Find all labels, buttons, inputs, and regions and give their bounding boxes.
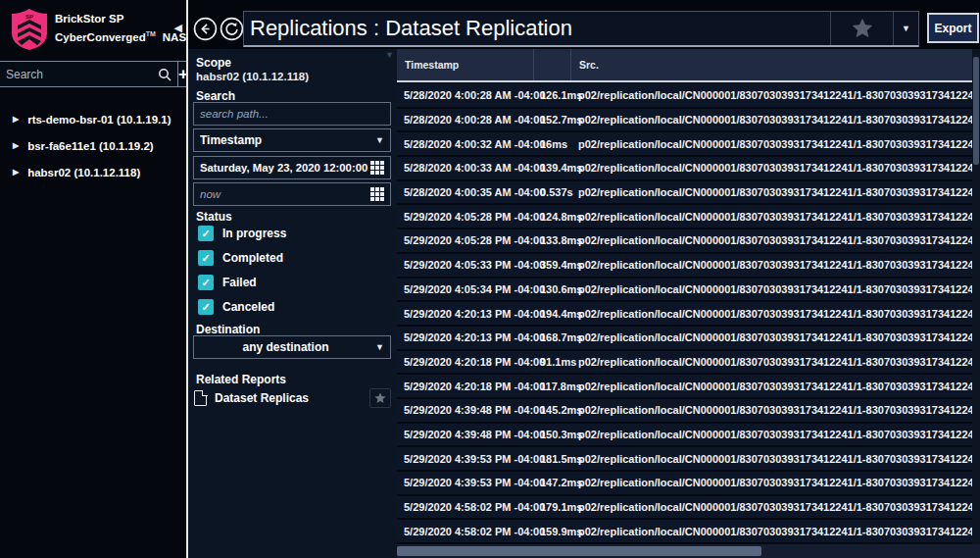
cell-src: p02/replication/local/CN000001/830703039… bbox=[578, 234, 972, 246]
table-row[interactable]: 5/29/2020 4:05:28 PM -04:00 124.8ms p02/… bbox=[397, 205, 972, 229]
path-search-box[interactable] bbox=[193, 102, 391, 126]
cell-duration: 150.3ms bbox=[540, 429, 578, 440]
server-label: rts-demo-bsr-01 (10.1.19.1) bbox=[27, 114, 171, 126]
table-row[interactable]: 5/28/2020 4:00:32 AM -04:00 16ms p02/rep… bbox=[397, 132, 972, 157]
favorite-button[interactable] bbox=[830, 12, 893, 45]
cell-duration: 130.6ms bbox=[540, 283, 578, 295]
app-window: SP BrickStor SP CyberConvergedTMNAS ◀ + … bbox=[0, 0, 980, 558]
sidebar-server-item[interactable]: ▶ bsr-fa6e11e1 (10.1.19.2) bbox=[0, 132, 186, 159]
status-label: Status bbox=[196, 210, 232, 224]
column-header-duration[interactable] bbox=[534, 49, 571, 80]
scope-label: Scope bbox=[196, 56, 231, 70]
path-search-input[interactable] bbox=[200, 108, 384, 120]
cell-duration: 359.4ms bbox=[540, 259, 578, 271]
table-row[interactable]: 5/29/2020 4:20:13 PM -04:00 168.7ms p02/… bbox=[397, 327, 972, 351]
cell-src: p02/replication/local/CN000001/830703039… bbox=[578, 89, 972, 101]
table-row[interactable]: 5/28/2020 4:00:35 AM -04:00 0.537s p02/r… bbox=[397, 181, 972, 206]
expand-arrow-icon[interactable]: ▶ bbox=[13, 115, 19, 124]
date-to-input[interactable] bbox=[200, 188, 370, 200]
table-row[interactable]: 5/29/2020 4:05:34 PM -04:00 130.6ms p02/… bbox=[397, 279, 972, 303]
sidebar-search-input[interactable] bbox=[6, 68, 158, 81]
status-checkbox-label: Failed bbox=[222, 276, 257, 289]
cell-src: p02/replication/local/CN000001/830703039… bbox=[578, 331, 972, 343]
table-row[interactable]: 5/29/2020 4:39:48 PM -04:00 150.3ms p02/… bbox=[397, 424, 972, 448]
cell-timestamp: 5/28/2020 4:00:28 AM -04:00 bbox=[397, 89, 540, 101]
cell-src: p02/replication/local/CN000001/830703039… bbox=[578, 453, 972, 465]
destination-select[interactable]: any destination ▼ bbox=[193, 335, 391, 359]
table-row[interactable]: 5/29/2020 4:05:33 PM -04:00 359.4ms p02/… bbox=[397, 254, 972, 279]
refresh-icon[interactable] bbox=[220, 17, 244, 41]
column-header-timestamp[interactable]: Timestamp bbox=[397, 49, 534, 80]
date-from-value: Saturday, May 23, 2020 12:00:00 AM bbox=[200, 162, 370, 174]
checkbox-checked-icon[interactable]: ✓ bbox=[198, 275, 214, 290]
brand-line2: CyberConverged bbox=[55, 31, 146, 43]
cell-timestamp: 5/29/2020 4:20:18 PM -04:00 bbox=[397, 380, 540, 392]
destination-label: Destination bbox=[196, 323, 260, 336]
expand-arrow-icon[interactable]: ▶ bbox=[13, 141, 19, 150]
table-row[interactable]: 5/29/2020 4:39:48 PM -04:00 145.2ms p02/… bbox=[397, 399, 972, 424]
sort-field-select[interactable]: Timestamp ▼ bbox=[193, 128, 391, 152]
table-row[interactable]: 5/29/2020 4:39:53 PM -04:00 181.5ms p02/… bbox=[397, 447, 972, 472]
related-report-star-button[interactable] bbox=[369, 388, 391, 408]
cell-duration: 152.7ms bbox=[540, 114, 578, 126]
checkbox-checked-icon[interactable]: ✓ bbox=[198, 250, 214, 266]
table-row[interactable]: 5/29/2020 4:39:53 PM -04:00 147.2ms p02/… bbox=[397, 472, 972, 496]
export-button[interactable]: Export bbox=[927, 13, 979, 43]
sidebar-collapse-icon[interactable]: ◀ bbox=[174, 22, 182, 34]
cell-duration: 159.9ms bbox=[540, 526, 578, 537]
date-to-field[interactable] bbox=[193, 182, 391, 206]
document-icon bbox=[194, 390, 207, 406]
search-label: Search bbox=[196, 89, 235, 103]
server-tree: ▶ rts-demo-bsr-01 (10.1.19.1) ▶ bsr-fa6e… bbox=[0, 106, 186, 185]
horizontal-scrollbar[interactable] bbox=[397, 544, 980, 558]
related-report-name: Dataset Replicas bbox=[215, 391, 362, 405]
table-row[interactable]: 5/29/2020 4:20:13 PM -04:00 194.4ms p02/… bbox=[397, 302, 972, 327]
replication-table: Timestamp Src. 5/28/2020 4:00:28 AM -04:… bbox=[397, 49, 980, 558]
table-row[interactable]: 5/29/2020 4:58:02 PM -04:00 179.1ms p02/… bbox=[397, 496, 972, 521]
calendar-icon[interactable] bbox=[370, 187, 384, 201]
table-body: 5/28/2020 4:00:28 AM -04:00 126.1ms p02/… bbox=[397, 84, 972, 544]
table-row[interactable]: 5/29/2020 4:05:28 PM -04:00 133.8ms p02/… bbox=[397, 229, 972, 254]
checkbox-checked-icon[interactable]: ✓ bbox=[198, 299, 214, 315]
panel-scroll-hint-icon[interactable]: ▼ bbox=[385, 50, 394, 60]
cell-src: p02/replication/local/CN000001/830703039… bbox=[578, 186, 972, 198]
table-row[interactable]: 5/28/2020 4:00:28 AM -04:00 126.1ms p02/… bbox=[397, 84, 972, 109]
status-checkbox-row[interactable]: ✓ In progress bbox=[198, 224, 286, 243]
cell-timestamp: 5/28/2020 4:00:33 AM -04:00 bbox=[397, 162, 540, 174]
calendar-icon[interactable] bbox=[370, 161, 384, 175]
column-header-src[interactable]: Src. bbox=[571, 49, 972, 80]
status-checkbox-row[interactable]: ✓ Failed bbox=[198, 273, 257, 292]
cell-duration: 145.2ms bbox=[540, 404, 578, 416]
date-from-field[interactable]: Saturday, May 23, 2020 12:00:00 AM bbox=[193, 156, 391, 179]
sidebar-server-item[interactable]: ▶ rts-demo-bsr-01 (10.1.19.1) bbox=[0, 106, 186, 132]
table-row[interactable]: 5/29/2020 4:20:18 PM -04:00 91.1ms p02/r… bbox=[397, 351, 972, 376]
checkbox-checked-icon[interactable]: ✓ bbox=[198, 226, 214, 241]
related-reports-label: Related Reports bbox=[196, 373, 286, 386]
star-icon bbox=[373, 391, 387, 405]
title-dropdown-button[interactable]: ▼ bbox=[893, 12, 918, 45]
cell-src: p02/replication/local/CN000001/830703039… bbox=[578, 138, 972, 150]
sidebar: SP BrickStor SP CyberConvergedTMNAS ◀ + … bbox=[0, 0, 186, 558]
related-report-item[interactable]: Dataset Replicas bbox=[194, 386, 391, 410]
status-checkbox-row[interactable]: ✓ Canceled bbox=[198, 297, 274, 317]
horizontal-scrollbar-thumb[interactable] bbox=[397, 546, 761, 556]
cell-duration: 194.4ms bbox=[540, 308, 578, 320]
table-row[interactable]: 5/28/2020 4:00:33 AM -04:00 139.4ms p02/… bbox=[397, 157, 972, 181]
cell-timestamp: 5/29/2020 4:20:18 PM -04:00 bbox=[397, 356, 540, 368]
cell-src: p02/replication/local/CN000001/830703039… bbox=[578, 429, 972, 440]
sidebar-search-box[interactable] bbox=[0, 61, 178, 87]
cell-src: p02/replication/local/CN000001/830703039… bbox=[578, 477, 972, 488]
star-icon bbox=[850, 16, 875, 41]
table-row[interactable]: 5/29/2020 4:58:02 PM -04:00 159.9ms p02/… bbox=[397, 520, 972, 544]
status-checkbox-row[interactable]: ✓ Completed bbox=[198, 248, 283, 268]
sidebar-server-item[interactable]: ▶ habsr02 (10.1.12.118) bbox=[0, 159, 186, 185]
expand-arrow-icon[interactable]: ▶ bbox=[13, 168, 19, 177]
back-icon[interactable] bbox=[193, 17, 218, 41]
table-row[interactable]: 5/29/2020 4:20:18 PM -04:00 117.8ms p02/… bbox=[397, 375, 972, 399]
vertical-scrollbar[interactable] bbox=[972, 49, 980, 544]
vertical-scrollbar-thumb[interactable] bbox=[973, 57, 979, 165]
chevron-down-icon: ▼ bbox=[375, 135, 384, 145]
cell-src: p02/replication/local/CN000001/830703039… bbox=[578, 526, 972, 537]
sidebar-search-row: + bbox=[0, 61, 186, 87]
table-row[interactable]: 5/28/2020 4:00:28 AM -04:00 152.7ms p02/… bbox=[397, 109, 972, 133]
